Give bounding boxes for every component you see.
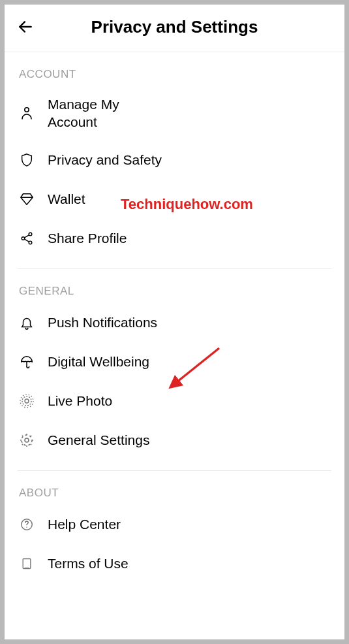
svg-point-4	[29, 241, 32, 244]
svg-point-9	[22, 396, 31, 406]
shield-icon	[18, 151, 36, 169]
live-photo-icon	[18, 392, 36, 410]
item-label: Manage My Account	[48, 95, 145, 131]
item-terms-of-use[interactable]: Terms of Use	[18, 544, 331, 583]
item-privacy-safety[interactable]: Privacy and Safety	[18, 140, 331, 180]
back-button[interactable]	[15, 16, 36, 37]
item-label: Wallet	[48, 190, 85, 208]
person-icon	[18, 104, 36, 122]
help-icon	[18, 515, 36, 534]
svg-line-5	[25, 234, 29, 237]
item-share-profile[interactable]: Share Profile	[18, 219, 331, 258]
item-label: Digital Wellbeing	[48, 353, 149, 370]
bell-icon	[18, 314, 36, 332]
svg-point-11	[25, 438, 29, 442]
umbrella-icon	[18, 353, 36, 371]
item-wallet[interactable]: Wallet	[18, 180, 331, 219]
item-digital-wellbeing[interactable]: Digital Wellbeing	[18, 342, 331, 381]
item-label: Help Center	[48, 515, 121, 533]
section-header-account: ACCOUNT	[18, 52, 331, 86]
svg-line-6	[25, 239, 29, 242]
section-general: GENERAL Push Notifications Digital Wellb…	[5, 269, 344, 471]
item-live-photo[interactable]: Live Photo	[18, 381, 331, 421]
section-header-general: GENERAL	[18, 269, 331, 303]
item-label: Terms of Use	[48, 555, 129, 572]
item-help-center[interactable]: Help Center	[18, 505, 331, 544]
svg-point-14	[26, 526, 27, 527]
document-icon	[18, 555, 36, 573]
item-general-settings[interactable]: General Settings	[18, 421, 331, 460]
svg-point-12	[22, 435, 32, 445]
section-about: ABOUT Help Center Terms of Use	[5, 471, 344, 583]
svg-point-3	[22, 236, 25, 240]
header: Privacy and Settings	[5, 5, 344, 52]
item-manage-account[interactable]: Manage My Account	[18, 86, 331, 140]
page-title: Privacy and Settings	[36, 17, 313, 37]
item-label: Live Photo	[48, 392, 112, 410]
arrow-left-icon	[17, 18, 34, 35]
settings-screen: Privacy and Settings ACCOUNT Manage My A…	[5, 5, 344, 639]
svg-rect-15	[23, 558, 31, 568]
svg-point-1	[25, 108, 29, 112]
svg-point-2	[29, 233, 32, 236]
share-icon	[18, 229, 36, 248]
gear-icon	[18, 431, 36, 449]
section-account: ACCOUNT Manage My Account Privacy and Sa…	[5, 52, 344, 269]
diamond-icon	[18, 190, 36, 208]
item-label: Privacy and Safety	[48, 151, 162, 169]
item-label: General Settings	[48, 431, 149, 449]
svg-point-8	[25, 399, 29, 403]
section-header-about: ABOUT	[18, 471, 331, 505]
item-label: Push Notifications	[48, 314, 157, 331]
item-push-notifications[interactable]: Push Notifications	[18, 303, 331, 342]
item-label: Share Profile	[48, 229, 127, 247]
